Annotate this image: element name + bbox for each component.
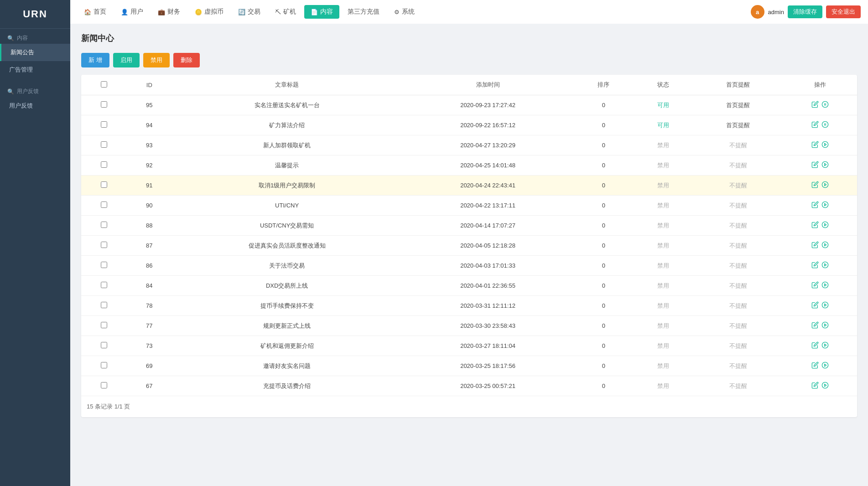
play-icon[interactable] <box>821 261 829 270</box>
row-checkbox[interactable] <box>101 141 107 148</box>
nav-user[interactable]: 用户 <box>114 5 150 19</box>
cell-reminder: 不提醒 <box>693 135 783 155</box>
row-checkbox[interactable] <box>101 161 107 168</box>
cell-time: 2020-04-27 13:20:29 <box>402 135 574 155</box>
cell-status: 禁用 <box>634 196 693 216</box>
edit-icon[interactable] <box>811 241 819 250</box>
nav-coin[interactable]: 虚拟币 <box>188 5 230 19</box>
play-icon[interactable] <box>821 341 829 350</box>
enable-button[interactable]: 启用 <box>113 53 140 67</box>
pause-icon[interactable] <box>821 121 829 129</box>
play-icon[interactable] <box>821 362 829 370</box>
nav-system[interactable]: 系统 <box>388 5 421 19</box>
sidebar-item-feedback[interactable]: 用户反馈 <box>0 97 70 114</box>
play-icon[interactable] <box>821 321 829 330</box>
table-row: 88 USDT/CNY交易需知 2020-04-14 17:07:27 0 禁用… <box>81 216 857 236</box>
edit-icon[interactable] <box>811 221 819 230</box>
cell-checkbox <box>81 216 126 236</box>
edit-icon[interactable] <box>811 261 819 270</box>
play-icon[interactable] <box>821 161 829 170</box>
cell-sort: 0 <box>574 216 633 236</box>
row-checkbox[interactable] <box>101 282 107 288</box>
cell-checkbox <box>81 336 126 356</box>
main-wrapper: 首页 用户 财务 虚拟币 交易 矿机 内容 第三方充值 <box>70 0 868 486</box>
logout-button[interactable]: 安全退出 <box>826 5 861 18</box>
sidebar-section-feedback[interactable]: 🔍 用户反馈 <box>0 82 70 97</box>
page-title: 新闻中心 <box>81 33 857 44</box>
play-icon[interactable] <box>821 181 829 190</box>
nav-home[interactable]: 首页 <box>78 5 113 19</box>
cell-status: 禁用 <box>634 216 693 236</box>
edit-icon[interactable] <box>811 121 819 129</box>
cell-sort: 0 <box>574 316 633 336</box>
cell-time: 2020-03-31 12:11:12 <box>402 296 574 316</box>
row-checkbox[interactable] <box>101 342 107 348</box>
pause-icon[interactable] <box>821 101 829 109</box>
edit-icon[interactable] <box>811 362 819 370</box>
edit-icon[interactable] <box>811 321 819 330</box>
row-checkbox[interactable] <box>101 242 107 248</box>
select-all-checkbox[interactable] <box>101 81 107 88</box>
row-checkbox[interactable] <box>101 121 107 128</box>
search-icon-2: 🔍 <box>7 88 14 95</box>
svg-point-30 <box>822 382 828 388</box>
play-icon[interactable] <box>821 281 829 290</box>
disable-button[interactable]: 禁用 <box>143 53 170 67</box>
cell-id: 90 <box>126 196 172 216</box>
edit-icon[interactable] <box>811 161 819 170</box>
row-checkbox[interactable] <box>101 181 107 188</box>
col-sort: 排序 <box>574 75 633 95</box>
row-checkbox[interactable] <box>101 262 107 268</box>
cell-title: 实名注册送实名矿机一台 <box>172 95 401 115</box>
row-checkbox[interactable] <box>101 101 107 108</box>
sidebar-item-news[interactable]: 新闻公告 <box>0 44 70 61</box>
coin-icon <box>195 8 202 16</box>
delete-button[interactable]: 删除 <box>173 53 200 67</box>
play-icon[interactable] <box>821 221 829 230</box>
edit-icon[interactable] <box>811 341 819 350</box>
cell-reminder: 不提醒 <box>693 196 783 216</box>
edit-icon[interactable] <box>811 101 819 109</box>
nav-trade[interactable]: 交易 <box>232 5 267 19</box>
cell-title: 规则更新正式上线 <box>172 316 401 336</box>
row-checkbox[interactable] <box>101 382 107 388</box>
row-checkbox[interactable] <box>101 302 107 308</box>
nav-third[interactable]: 第三方充值 <box>341 5 386 19</box>
play-icon[interactable] <box>821 201 829 210</box>
row-checkbox[interactable] <box>101 222 107 228</box>
cell-reminder: 不提醒 <box>693 236 783 256</box>
cell-status: 禁用 <box>634 276 693 296</box>
cell-reminder: 不提醒 <box>693 216 783 236</box>
nav-finance[interactable]: 财务 <box>151 5 187 19</box>
cell-status: 禁用 <box>634 316 693 336</box>
play-icon[interactable] <box>821 241 829 250</box>
clear-cache-button[interactable]: 清除缓存 <box>788 5 822 18</box>
sidebar-section-label: 内容 <box>17 34 28 42</box>
col-ops: 操作 <box>783 75 857 95</box>
row-checkbox[interactable] <box>101 322 107 328</box>
row-checkbox[interactable] <box>101 362 107 368</box>
cell-time: 2020-04-03 17:01:33 <box>402 256 574 276</box>
edit-icon[interactable] <box>811 181 819 190</box>
cell-title: 充提币及话费介绍 <box>172 376 401 396</box>
cell-time: 2020-03-27 18:11:04 <box>402 336 574 356</box>
nav-mine[interactable]: 矿机 <box>269 5 302 19</box>
add-button[interactable]: 新 增 <box>81 53 109 67</box>
cell-ops <box>783 196 857 216</box>
play-icon[interactable] <box>821 141 829 150</box>
sidebar-section-content[interactable]: 🔍 内容 <box>0 29 70 44</box>
edit-icon[interactable] <box>811 281 819 290</box>
play-icon[interactable] <box>821 382 829 390</box>
svg-marker-29 <box>825 364 826 366</box>
edit-icon[interactable] <box>811 382 819 390</box>
cell-id: 87 <box>126 236 172 256</box>
row-checkbox[interactable] <box>101 202 107 208</box>
sys-icon <box>394 8 400 16</box>
nav-content[interactable]: 内容 <box>304 5 339 19</box>
edit-icon[interactable] <box>811 201 819 210</box>
sidebar-item-ads[interactable]: 广告管理 <box>0 61 70 78</box>
edit-icon[interactable] <box>811 141 819 150</box>
cell-title: 矿机和返佣更新介绍 <box>172 336 401 356</box>
edit-icon[interactable] <box>811 301 819 310</box>
play-icon[interactable] <box>821 301 829 310</box>
